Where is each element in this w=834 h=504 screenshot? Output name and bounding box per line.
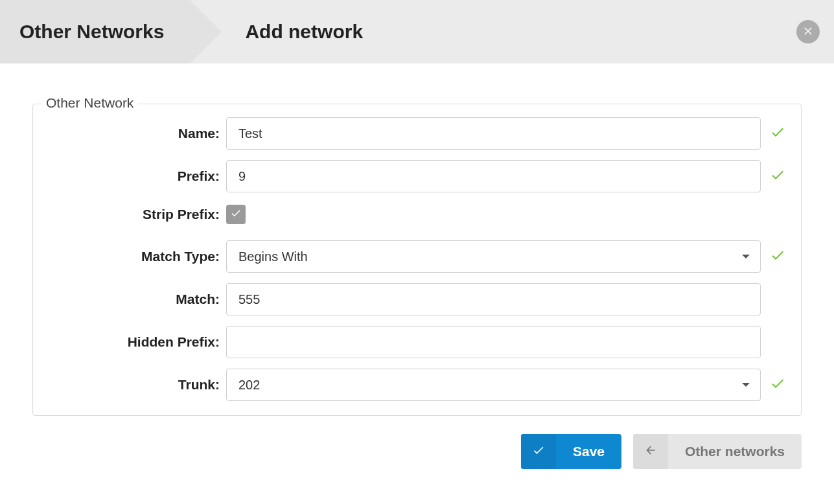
name-label: Name: xyxy=(45,126,226,141)
prefix-valid-icon xyxy=(766,167,789,186)
strip-prefix-label: Strip Prefix: xyxy=(45,207,226,222)
save-icon-box xyxy=(521,434,556,469)
save-button[interactable]: Save xyxy=(521,434,621,469)
fieldset-legend: Other Network xyxy=(42,95,137,111)
check-icon xyxy=(770,376,785,395)
back-button-label: Other networks xyxy=(668,444,802,459)
row-trunk: Trunk: 202 xyxy=(45,369,789,401)
trunk-valid-icon xyxy=(766,376,789,395)
trunk-value: 202 xyxy=(238,378,260,393)
actions-bar: Save Other networks xyxy=(0,416,834,469)
check-icon xyxy=(770,247,785,266)
check-icon xyxy=(770,167,785,186)
trunk-select[interactable]: 202 xyxy=(226,369,761,401)
save-button-label: Save xyxy=(556,444,621,459)
breadcrumb-current-label: Add network xyxy=(245,21,363,42)
other-network-fieldset: Other Network Name: Prefix: Strip Prefix… xyxy=(32,104,802,416)
prefix-input[interactable] xyxy=(226,160,761,192)
check-icon xyxy=(532,444,545,460)
name-valid-icon xyxy=(766,124,789,143)
row-match: Match: xyxy=(45,283,789,315)
form-wrap: Other Network Name: Prefix: Strip Prefix… xyxy=(0,63,834,416)
name-input[interactable] xyxy=(226,117,761,150)
match-type-valid-icon xyxy=(766,247,789,266)
row-prefix: Prefix: xyxy=(45,160,789,192)
strip-prefix-checkbox[interactable] xyxy=(226,205,246,224)
back-icon-box xyxy=(633,434,668,469)
check-icon xyxy=(230,207,242,222)
match-type-label: Match Type: xyxy=(45,249,226,264)
match-input[interactable] xyxy=(226,283,761,315)
trunk-label: Trunk: xyxy=(45,377,226,393)
caret-down-icon xyxy=(742,383,750,387)
breadcrumb-root[interactable]: Other Networks xyxy=(0,0,190,63)
match-type-select[interactable]: Begins With xyxy=(226,240,761,273)
prefix-label: Prefix: xyxy=(45,168,226,184)
row-match-type: Match Type: Begins With xyxy=(45,240,789,273)
check-icon xyxy=(770,124,785,143)
row-hidden-prefix: Hidden Prefix: xyxy=(45,326,789,358)
caret-down-icon xyxy=(742,255,750,258)
back-button[interactable]: Other networks xyxy=(633,434,802,469)
arrow-left-icon xyxy=(644,444,657,460)
row-name: Name: xyxy=(45,117,789,150)
match-type-value: Begins With xyxy=(238,249,308,264)
row-strip-prefix: Strip Prefix: xyxy=(45,203,789,226)
header-bar: Other Networks Add network xyxy=(0,0,834,63)
hidden-prefix-input[interactable] xyxy=(226,326,761,358)
breadcrumb-root-label: Other Networks xyxy=(19,21,164,43)
close-icon xyxy=(802,25,814,40)
close-button[interactable] xyxy=(796,20,820,43)
match-label: Match: xyxy=(45,292,226,307)
hidden-prefix-label: Hidden Prefix: xyxy=(45,334,226,350)
